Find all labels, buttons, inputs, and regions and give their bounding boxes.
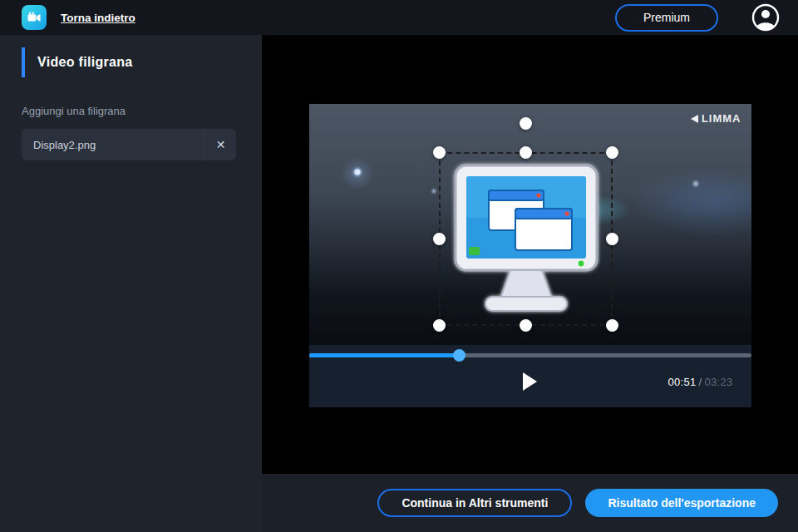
resize-handle-s[interactable] — [520, 319, 532, 332]
watermark-selection[interactable] — [439, 152, 613, 326]
computer-monitor-icon — [452, 162, 600, 325]
remove-watermark-button[interactable]: ✕ — [204, 129, 236, 160]
app-logo[interactable] — [22, 5, 47, 30]
page-title: Video filigrana — [37, 55, 132, 70]
video-player: LIMMA — [309, 104, 751, 407]
user-icon — [751, 3, 780, 32]
preview-area: LIMMA — [262, 35, 798, 474]
current-time: 00:51 — [667, 376, 696, 388]
play-button[interactable] — [523, 372, 537, 391]
watermark-file-field[interactable]: Display2.png ✕ — [22, 129, 236, 160]
controls-row: 00:51/03:23 — [309, 357, 751, 406]
video-camera-icon — [27, 10, 42, 25]
top-bar-right: Premium — [615, 3, 780, 32]
main-column: LIMMA — [262, 35, 798, 532]
arrow-left-icon — [691, 115, 698, 123]
player-controls: 00:51/03:23 — [309, 345, 751, 407]
title-accent-bar — [22, 47, 25, 77]
rotate-handle[interactable] — [520, 117, 532, 130]
video-frame[interactable]: LIMMA — [309, 104, 751, 345]
app-window: Torna indietro Premium Video filigrana A… — [0, 0, 798, 532]
sidebar-title-row: Video filigrana — [22, 47, 240, 77]
continue-other-tools-button[interactable]: Continua in Altri strumenti — [377, 489, 572, 517]
resize-handle-nw[interactable] — [433, 146, 446, 159]
content-area: Video filigrana Aggiungi una filigrana D… — [0, 35, 798, 532]
video-corner-logo: LIMMA — [691, 112, 741, 125]
time-display: 00:51/03:23 — [667, 376, 732, 388]
resize-handle-sw[interactable] — [433, 319, 446, 332]
watermark-section-label: Aggiungi una filigrana — [22, 105, 240, 117]
watermark-file-name: Display2.png — [22, 139, 204, 151]
export-result-button[interactable]: Risultato dell'esportazione — [585, 489, 778, 517]
top-bar-left: Torna indietro — [22, 5, 135, 30]
resize-handle-ne[interactable] — [606, 146, 618, 159]
sidebar: Video filigrana Aggiungi una filigrana D… — [0, 35, 262, 532]
video-corner-logo-text: LIMMA — [702, 112, 741, 125]
bottom-action-bar: Continua in Altri strumenti Risultato de… — [262, 474, 798, 532]
top-bar: Torna indietro Premium — [0, 0, 798, 35]
resize-handle-n[interactable] — [520, 146, 532, 159]
total-time: 03:23 — [704, 376, 732, 388]
resize-handle-e[interactable] — [606, 233, 618, 245]
back-link[interactable]: Torna indietro — [61, 12, 135, 24]
resize-handle-se[interactable] — [606, 319, 618, 332]
time-separator: / — [697, 376, 705, 388]
user-avatar-icon[interactable] — [751, 3, 780, 32]
resize-handle-w[interactable] — [433, 233, 446, 245]
premium-button[interactable]: Premium — [615, 4, 718, 32]
